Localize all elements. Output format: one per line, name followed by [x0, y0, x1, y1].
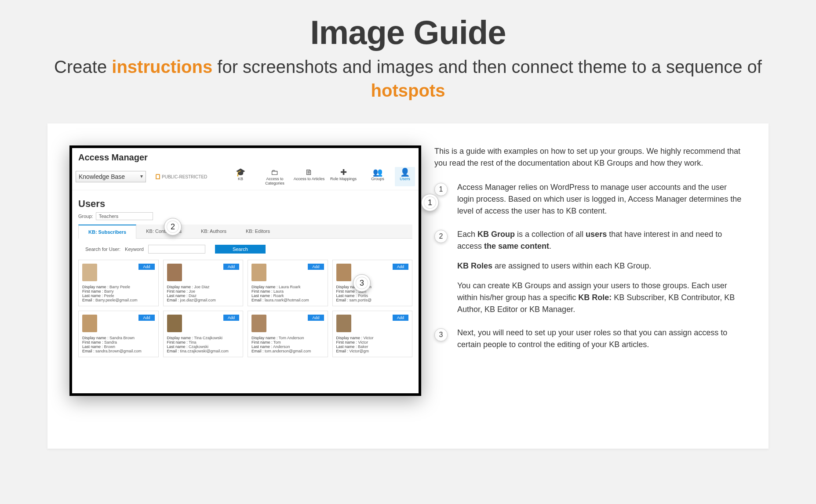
hotspot-2[interactable]: 2	[164, 218, 182, 236]
user-last-name: Last name : Diaz	[167, 294, 240, 298]
subtitle-text: Create	[54, 57, 112, 76]
add-user-button[interactable]: Add	[308, 315, 324, 321]
guide-column: This is a guide with examples on how to …	[434, 145, 742, 427]
nav-label: Groups	[371, 177, 384, 181]
user-first-name: First name : Tom	[251, 340, 324, 344]
restriction-badge: PUBLIC-RESTRICTED	[153, 173, 210, 180]
tab-subscribers[interactable]: KB: Subscribers	[78, 225, 136, 239]
group-label: Group:	[78, 214, 93, 219]
keyword-label: Keyword	[125, 247, 144, 252]
user-display-name: Display name : Laura Roark	[251, 285, 324, 289]
avatar	[82, 264, 97, 281]
step-bullet-1: 1	[434, 183, 448, 196]
add-user-button[interactable]: Add	[393, 264, 408, 270]
step-bullet-3: 3	[434, 328, 448, 341]
step-bullet-2: 2	[434, 230, 448, 243]
user-email: Email : joe.diaz@gmail.com	[167, 298, 240, 302]
user-email: Email : tom.anderson@gmail.com	[251, 349, 324, 353]
nav-tabs: 🎓KB 🗀Access to Categories 🗎Access to Art…	[223, 167, 415, 186]
nav-groups[interactable]: 👥Groups	[361, 167, 395, 186]
nav-label: Access to Categories	[265, 177, 284, 185]
nav-role-mappings[interactable]: ✚Role Mappings	[326, 167, 361, 186]
content-card: Access Manager Knowledge Base PUBLIC-RES…	[47, 123, 769, 449]
kb-select[interactable]: Knowledge Base	[76, 171, 146, 182]
add-user-button[interactable]: Add	[138, 315, 154, 321]
nav-label: Users	[400, 177, 410, 181]
user-first-name: First name : Tina	[167, 340, 240, 344]
user-card: Add Display name : Sandra Brown First na…	[78, 311, 159, 357]
tab-editors[interactable]: KB: Editors	[236, 225, 280, 238]
hotspot-3[interactable]: 3	[353, 274, 371, 292]
guide-step-2: 2 Each KB Group is a collection of all u…	[434, 228, 742, 315]
avatar	[167, 264, 182, 281]
user-first-name: First name : Sam	[336, 289, 409, 294]
user-first-name: First name : Laura	[251, 289, 324, 294]
page-subtitle: Create instructions for screenshots and …	[26, 55, 790, 102]
user-email: Email : Victor@gm	[336, 349, 409, 353]
search-button[interactable]: Search	[215, 245, 266, 254]
add-user-button[interactable]: Add	[393, 315, 408, 321]
avatar	[336, 264, 351, 281]
page-title: Image Guide	[26, 13, 790, 51]
nav-kb[interactable]: 🎓KB	[223, 167, 258, 186]
section-heading: Users	[72, 190, 419, 212]
user-card: Add Display name : Tom Anderson First na…	[248, 311, 328, 357]
guide-step-1: 1 Access Manager relies on WordPress to …	[434, 181, 742, 217]
user-email: Email : sam.portis@	[336, 298, 409, 302]
graduation-cap-icon: 🎓	[223, 168, 258, 177]
user-email: Email : sandra.brown@gmail.com	[82, 349, 155, 353]
avatar	[167, 315, 182, 332]
signpost-icon: ✚	[326, 168, 361, 177]
user-card: Add Display name : Victor First name : V…	[332, 311, 413, 357]
guide-intro: This is a guide with examples on how to …	[434, 145, 742, 169]
add-user-button[interactable]: Add	[223, 315, 239, 321]
subtitle-keyword-hotspots: hotspots	[371, 81, 445, 100]
lock-icon	[156, 174, 160, 179]
user-email: Email : tina.czajkowski@gmail.com	[167, 349, 240, 353]
user-last-name: Last name : Anderson	[251, 344, 324, 349]
tab-authors[interactable]: KB: Authors	[191, 225, 236, 238]
group-select[interactable]: Teachers	[96, 212, 153, 220]
user-card: Add Display name : Barry Peele First nam…	[78, 260, 159, 306]
screenshot-wrapper: Access Manager Knowledge Base PUBLIC-RES…	[69, 145, 421, 427]
avatar	[336, 315, 351, 332]
user-last-name: Last name : Czajkowski	[167, 344, 240, 349]
guide-step-3: 3 Next, you will need to set up your use…	[434, 327, 742, 351]
user-last-name: Last name : Peele	[82, 294, 155, 298]
user-last-name: Last name : Portis	[336, 294, 409, 298]
avatar	[251, 315, 266, 332]
avatar	[82, 315, 97, 332]
user-first-name: First name : Barry	[82, 289, 155, 294]
user-last-name: Last name : Roark	[251, 294, 324, 298]
nav-articles[interactable]: 🗎Access to Articles	[292, 167, 326, 186]
group-selector-row: Group: Teachers	[72, 212, 419, 225]
add-user-button[interactable]: Add	[138, 264, 154, 270]
user-first-name: First name : Joe	[167, 289, 240, 294]
user-email: Email : Barry.peele@gmail.com	[82, 298, 155, 302]
add-user-button[interactable]: Add	[308, 264, 324, 270]
search-input[interactable]	[148, 245, 205, 254]
step-body: Next, you will need to set up your user …	[457, 327, 742, 351]
user-last-name: Last name : Brown	[82, 344, 155, 349]
user-card: Add Display name : Tina Czajkowski First…	[163, 311, 244, 357]
toolbar: Knowledge Base PUBLIC-RESTRICTED 🎓KB 🗀Ac…	[72, 165, 419, 190]
user-first-name: First name : Victor	[336, 340, 409, 344]
step-body: Access Manager relies on WordPress to ma…	[457, 181, 742, 217]
step-2c-text: You can create KB Groups and assign your…	[457, 280, 742, 315]
search-row: Search for User: Keyword Search	[72, 239, 419, 260]
nav-label: Access to Articles	[294, 177, 325, 181]
user-display-name: Display name : Joe Diaz	[167, 285, 240, 289]
user-display-name: Display name : Sandra Brown	[82, 336, 155, 340]
user-card: Add Display name : Sam First name : Sam …	[332, 260, 413, 306]
nav-label: KB	[238, 177, 243, 181]
user-grid: Add Display name : Barry Peele First nam…	[72, 260, 419, 357]
nav-users[interactable]: 👤Users	[395, 167, 415, 186]
step-body: Each KB Group is a collection of all use…	[457, 228, 742, 315]
nav-categories[interactable]: 🗀Access to Categories	[258, 167, 292, 186]
hotspot-1[interactable]: 1	[421, 194, 439, 211]
user-email: Email : laura.roark@hotmail.com	[251, 298, 324, 302]
add-user-button[interactable]: Add	[223, 264, 239, 270]
nav-label: Role Mappings	[330, 177, 357, 181]
restriction-badge-text: PUBLIC-RESTRICTED	[162, 174, 207, 179]
user-display-name: Display name : Tina Czajkowski	[167, 336, 240, 340]
